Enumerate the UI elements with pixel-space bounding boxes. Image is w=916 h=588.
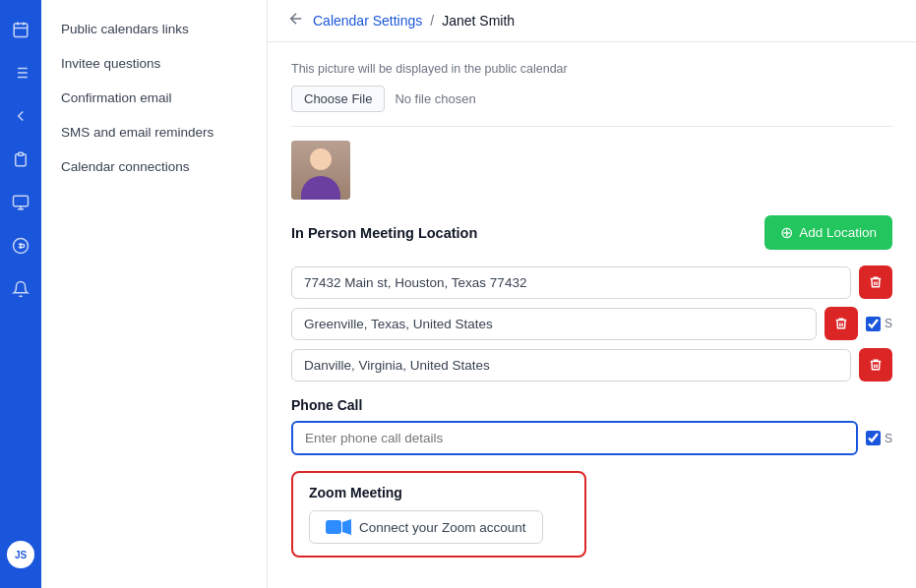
choose-file-button[interactable]: Choose File — [291, 86, 385, 112]
zoom-section: Zoom Meeting Connect your Zoom account — [291, 471, 586, 558]
zoom-section-title: Zoom Meeting — [309, 485, 569, 500]
main-content: Calendar Settings / Janet Smith This pic… — [268, 0, 916, 588]
phone-checkbox-col: S — [866, 431, 892, 445]
clipboard-nav-icon[interactable] — [3, 142, 38, 177]
location-input-1[interactable] — [291, 266, 851, 299]
delete-location-2-button[interactable] — [824, 307, 858, 340]
svg-rect-11 — [14, 196, 29, 206]
location-2-checkbox-col: S — [866, 317, 892, 331]
bell-nav-icon[interactable] — [3, 271, 38, 307]
menu-public-calendars[interactable]: Public calendars links — [41, 12, 267, 46]
menu-calendar-connections[interactable]: Calendar connections — [41, 149, 267, 184]
location-input-2[interactable] — [291, 308, 817, 340]
svg-rect-10 — [19, 152, 24, 155]
user-avatar[interactable]: JS — [7, 541, 34, 568]
profile-image — [291, 141, 350, 200]
zoom-video-icon — [326, 519, 351, 535]
meeting-location-title: In Person Meeting Location — [291, 225, 477, 241]
list-nav-icon[interactable] — [3, 55, 38, 90]
arrow-nav-icon[interactable] — [3, 98, 38, 134]
breadcrumb-link[interactable]: Calendar Settings — [313, 13, 422, 29]
breadcrumb-current: Janet Smith — [442, 13, 515, 29]
file-upload-row: Choose File No file chosen — [291, 86, 892, 127]
svg-marker-17 — [342, 519, 351, 535]
menu-invitee-questions[interactable]: Invitee questions — [41, 46, 267, 81]
settings-menu: Public calendars links Invitee questions… — [41, 0, 268, 588]
content-area: This picture will be displayed in the pu… — [268, 42, 916, 588]
sidebar-nav: JS — [0, 0, 41, 588]
phone-checkbox-label: S — [885, 432, 892, 445]
location-row-2: S — [291, 307, 892, 340]
menu-sms-reminders[interactable]: SMS and email reminders — [41, 115, 267, 149]
no-file-label: No file chosen — [395, 91, 475, 106]
zoom-connect-button[interactable]: Connect your Zoom account — [309, 510, 543, 544]
breadcrumb-separator: / — [430, 13, 434, 29]
delete-location-3-button[interactable] — [859, 348, 892, 382]
menu-confirmation-email[interactable]: Confirmation email — [41, 81, 267, 115]
location-row-3 — [291, 348, 892, 382]
svg-rect-16 — [326, 520, 341, 534]
phone-section: Phone Call S — [291, 397, 892, 455]
monitor-nav-icon[interactable] — [3, 185, 38, 220]
add-location-label: Add Location — [799, 225, 877, 240]
phone-checkbox[interactable] — [866, 431, 881, 445]
page-header: Calendar Settings / Janet Smith — [268, 0, 916, 42]
zoom-connect-label: Connect your Zoom account — [359, 520, 526, 535]
svg-rect-0 — [14, 24, 28, 37]
photo-caption: This picture will be displayed in the pu… — [291, 62, 892, 76]
location-2-checkbox-label: S — [885, 317, 892, 330]
meeting-location-header: In Person Meeting Location ⊕ Add Locatio… — [291, 215, 892, 250]
location-2-checkbox[interactable] — [866, 317, 881, 331]
add-location-button[interactable]: ⊕ Add Location — [764, 215, 892, 250]
location-input-3[interactable] — [291, 349, 851, 382]
phone-row: S — [291, 421, 892, 455]
plus-circle-icon: ⊕ — [780, 223, 793, 242]
phone-section-title: Phone Call — [291, 397, 892, 413]
back-button[interactable] — [287, 10, 305, 31]
calendar-nav-icon[interactable] — [3, 12, 38, 47]
dollar-nav-icon[interactable] — [3, 228, 38, 264]
avatar-shape — [291, 141, 350, 200]
delete-location-1-button[interactable] — [859, 265, 892, 299]
location-row-1 — [291, 265, 892, 299]
phone-input[interactable] — [291, 421, 858, 455]
